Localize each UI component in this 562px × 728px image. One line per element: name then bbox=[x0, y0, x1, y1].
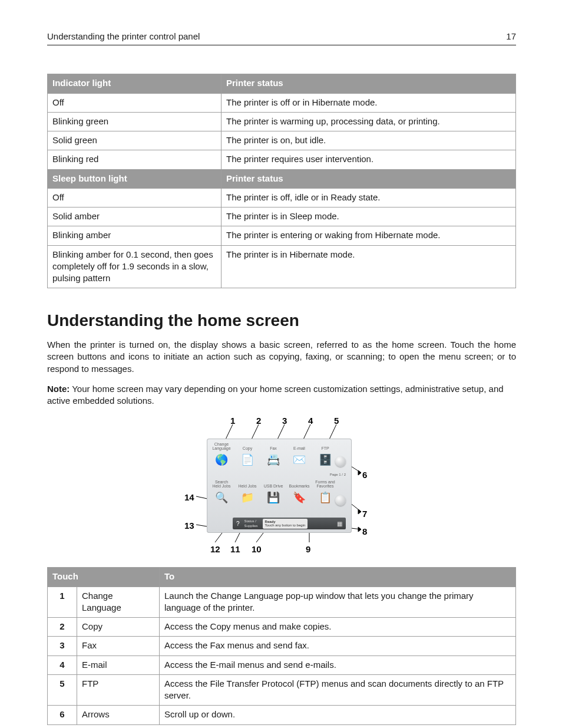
help-icon: ? bbox=[236, 520, 240, 528]
tile-held-jobs: Held Jobs📁 bbox=[236, 480, 259, 506]
table-header-row: Sleep button light Printer status bbox=[48, 169, 516, 188]
svg-marker-7 bbox=[358, 527, 361, 532]
to-col-header: To bbox=[160, 568, 516, 587]
table-header-row: Touch To bbox=[48, 568, 516, 587]
tile-ftp: FTP🗄️ bbox=[314, 442, 336, 468]
intro-paragraph: When the printer is turned on, the displ… bbox=[47, 339, 516, 375]
folder-icon: 📁 bbox=[239, 489, 256, 506]
status-ready-bottom: Touch any button to begin bbox=[265, 523, 306, 527]
table-row: Blinking greenThe printer is warming up,… bbox=[48, 112, 516, 131]
table-row: 5FTPAccess the File Transfer Protocol (F… bbox=[48, 674, 516, 706]
svg-marker-6 bbox=[358, 509, 361, 514]
bookmark-icon: 🔖 bbox=[291, 489, 308, 506]
tile-forms-favorites: Forms and Favorites📋 bbox=[314, 480, 336, 506]
table-row: 4E-mailAccess the E-mail menus and send … bbox=[48, 655, 516, 674]
page-indicator: Page 1 / 2 bbox=[330, 473, 346, 476]
arrow-up-icon bbox=[335, 456, 346, 467]
table-row: OffThe printer is off or in Hibernate mo… bbox=[48, 93, 516, 112]
table-row: Blinking amberThe printer is entering or… bbox=[48, 226, 516, 245]
arrow-down-icon bbox=[335, 495, 346, 506]
tile-copy: Copy📄 bbox=[236, 442, 259, 468]
tile-usb-drive: USB Drive💾 bbox=[262, 480, 285, 506]
table-row: 6ArrowsScroll up or down. bbox=[48, 706, 516, 724]
note-body: Your home screen may vary depending on y… bbox=[47, 384, 504, 406]
table-header-row: Indicator light Printer status bbox=[48, 74, 516, 93]
usb-icon: 💾 bbox=[265, 489, 282, 506]
table-row: Blinking redThe printer requires user in… bbox=[48, 150, 516, 169]
tile-fax: Fax📇 bbox=[262, 442, 285, 468]
svg-line-11 bbox=[235, 533, 240, 542]
globe-icon: 🌎 bbox=[213, 452, 230, 468]
fax-icon: 📇 bbox=[265, 452, 282, 468]
note-label: Note: bbox=[47, 384, 70, 394]
svg-marker-5 bbox=[358, 470, 361, 475]
form-icon: 📋 bbox=[317, 489, 333, 506]
status-ready-top: Ready bbox=[265, 520, 276, 523]
drawer-icon: 🗄️ bbox=[317, 452, 333, 468]
search-icon: 🔍 bbox=[213, 489, 230, 506]
copy-icon: 📄 bbox=[239, 452, 256, 468]
tile-bookmarks: Bookmarks🔖 bbox=[288, 480, 310, 506]
status-col-header: Printer status bbox=[222, 169, 516, 188]
table-row: 3FaxAccess the Fax menus and send fax. bbox=[48, 637, 516, 655]
svg-line-10 bbox=[215, 533, 222, 542]
envelope-icon: ✉️ bbox=[291, 452, 308, 468]
touch-table: Touch To 1Change LanguageLaunch the Chan… bbox=[47, 567, 516, 724]
table-row: 1Change LanguageLaunch the Change Langua… bbox=[48, 587, 516, 618]
indicator-light-table: Indicator light Printer status OffThe pr… bbox=[47, 74, 516, 288]
tile-email: E-mail✉️ bbox=[288, 442, 310, 468]
indicator-col-header: Indicator light bbox=[48, 74, 222, 93]
status-supplies-label: Status / Supplies bbox=[244, 519, 258, 528]
table-row: Solid amberThe printer is in Sleep mode. bbox=[48, 207, 516, 226]
status-col-header: Printer status bbox=[222, 74, 516, 93]
table-row: OffThe printer is off, idle or in Ready … bbox=[48, 188, 516, 207]
keypad-icon: ▦ bbox=[337, 520, 342, 528]
table-row: Blinking amber for 0.1 second, then goes… bbox=[48, 245, 516, 288]
table-row: 2CopyAccess the Copy menus and make copi… bbox=[48, 618, 516, 637]
section-heading: Understanding the home screen bbox=[47, 309, 516, 332]
tile-search-held-jobs: Search Held Jobs🔍 bbox=[210, 480, 233, 506]
page-number: 17 bbox=[506, 31, 516, 42]
note-paragraph: Note: Your home screen may vary dependin… bbox=[47, 383, 516, 407]
home-screen-figure: 1 2 3 4 5 6 7 8 14 13 12 11 10 9 bbox=[47, 415, 516, 556]
status-bar: ? Status / Supplies Ready Touch any butt… bbox=[233, 518, 346, 529]
home-screen-mock: Change Language🌎 Copy📄 Fax📇 E-mail✉️ FTP… bbox=[207, 439, 352, 533]
sleep-col-header: Sleep button light bbox=[48, 169, 222, 188]
table-row: Solid greenThe printer is on, but idle. bbox=[48, 131, 516, 150]
tile-change-language: Change Language🌎 bbox=[210, 442, 233, 468]
running-header-title: Understanding the printer control panel bbox=[47, 31, 200, 42]
touch-col-header: Touch bbox=[48, 568, 160, 587]
running-header: Understanding the printer control panel … bbox=[47, 31, 516, 45]
status-ready-pill: Ready Touch any button to begin bbox=[263, 519, 308, 529]
svg-line-12 bbox=[256, 533, 263, 542]
